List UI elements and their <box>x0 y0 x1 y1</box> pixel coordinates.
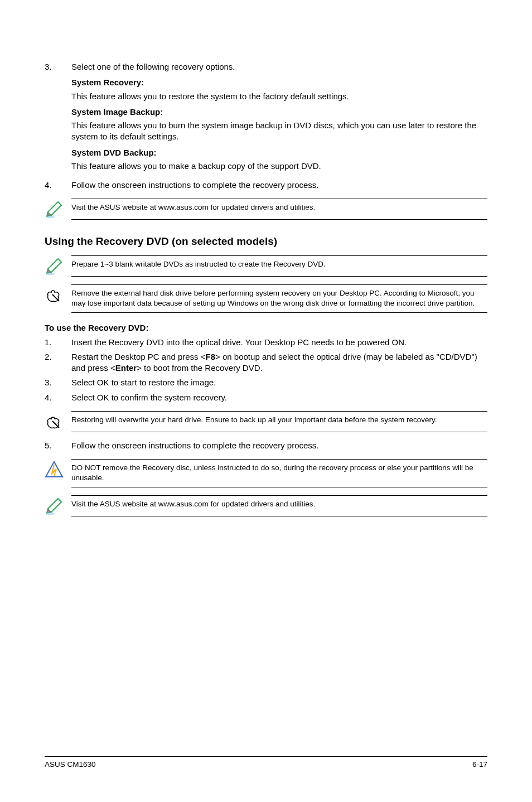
note-text: DO NOT remove the Recovery disc, unless … <box>71 459 487 487</box>
list-number: 1. <box>45 337 71 348</box>
note-restoring: Restoring will overwrite your hard drive… <box>45 411 487 432</box>
list-number: 4. <box>45 180 71 191</box>
note-text: Prepare 1~3 blank writable DVDs as instr… <box>71 255 487 277</box>
hand-icon <box>45 286 65 306</box>
recovery-option-desc: This feature allows you to make a backup… <box>71 161 487 172</box>
warning-icon <box>45 460 65 480</box>
recovery-option-block: System DVD Backup: This feature allows y… <box>71 147 487 172</box>
list-item-text: Insert the Recovery DVD into the optical… <box>71 337 487 348</box>
note-visit-asus-1: Visit the ASUS website at www.asus.com f… <box>45 199 487 220</box>
note-text: Restoring will overwrite your hard drive… <box>71 411 487 432</box>
recovery-option-title: System Image Backup: <box>71 107 487 118</box>
list-item: 3. Select OK to start to restore the ima… <box>45 377 487 388</box>
page-footer: ASUS CM1630 6-17 <box>45 756 487 769</box>
list-item-intro: Select one of the following recovery opt… <box>71 61 487 73</box>
footer-page-number: 6-17 <box>472 760 487 769</box>
list-item: 1. Insert the Recovery DVD into the opti… <box>45 337 487 348</box>
list-item: 5. Follow the onscreen instructions to c… <box>45 440 487 451</box>
list-item: 2. Restart the Desktop PC and press <F8>… <box>45 351 487 374</box>
ordered-list-step5: 5. Follow the onscreen instructions to c… <box>45 440 487 451</box>
list-number: 5. <box>45 440 71 451</box>
ordered-list-steps: 1. Insert the Recovery DVD into the opti… <box>45 337 487 403</box>
warning-do-not-remove: DO NOT remove the Recovery disc, unless … <box>45 459 487 487</box>
pencil-icon <box>45 257 65 277</box>
note-visit-asus-2: Visit the ASUS website at www.asus.com f… <box>45 495 487 516</box>
note-prepare-dvd: Prepare 1~3 blank writable DVDs as instr… <box>45 255 487 277</box>
subheading: To use the Recovery DVD: <box>45 323 487 332</box>
recovery-option-desc: This feature allows you to restore the s… <box>71 91 487 102</box>
footer-model: ASUS CM1630 <box>45 760 96 769</box>
list-number: 3. <box>45 377 71 388</box>
note-text: Visit the ASUS website at www.asus.com f… <box>71 495 487 516</box>
list-item-text: Follow the onscreen instructions to comp… <box>71 440 487 451</box>
recovery-option-title: System Recovery: <box>71 77 487 88</box>
note-remove-hdd: Remove the external hard disk drive befo… <box>45 284 487 312</box>
list-item-text: Restart the Desktop PC and press <F8> on… <box>71 351 487 374</box>
section-heading: Using the Recovery DVD (on selected mode… <box>45 235 487 248</box>
list-item-3: 3. Select one of the following recovery … <box>45 61 487 176</box>
list-item-text: Select OK to start to restore the image. <box>71 377 487 388</box>
recovery-option-block: System Recovery: This feature allows you… <box>71 77 487 102</box>
list-number: 2. <box>45 351 71 374</box>
list-number: 4. <box>45 392 71 403</box>
note-text: Remove the external hard disk drive befo… <box>71 284 487 312</box>
list-item-text: Select OK to confirm the system recovery… <box>71 392 487 403</box>
ordered-list-top: 3. Select one of the following recovery … <box>45 61 487 191</box>
list-item-text: Follow the onscreen instructions to comp… <box>71 180 487 191</box>
note-text: Visit the ASUS website at www.asus.com f… <box>71 199 487 220</box>
list-item: 4. Select OK to confirm the system recov… <box>45 392 487 403</box>
pencil-icon <box>45 200 65 220</box>
pencil-icon <box>45 496 65 516</box>
recovery-option-block: System Image Backup: This feature allows… <box>71 107 487 143</box>
list-item-4: 4. Follow the onscreen instructions to c… <box>45 180 487 191</box>
hand-icon <box>45 412 65 432</box>
list-number: 3. <box>45 61 71 176</box>
recovery-option-desc: This feature allows you to burn the syst… <box>71 120 487 143</box>
recovery-option-title: System DVD Backup: <box>71 147 487 158</box>
